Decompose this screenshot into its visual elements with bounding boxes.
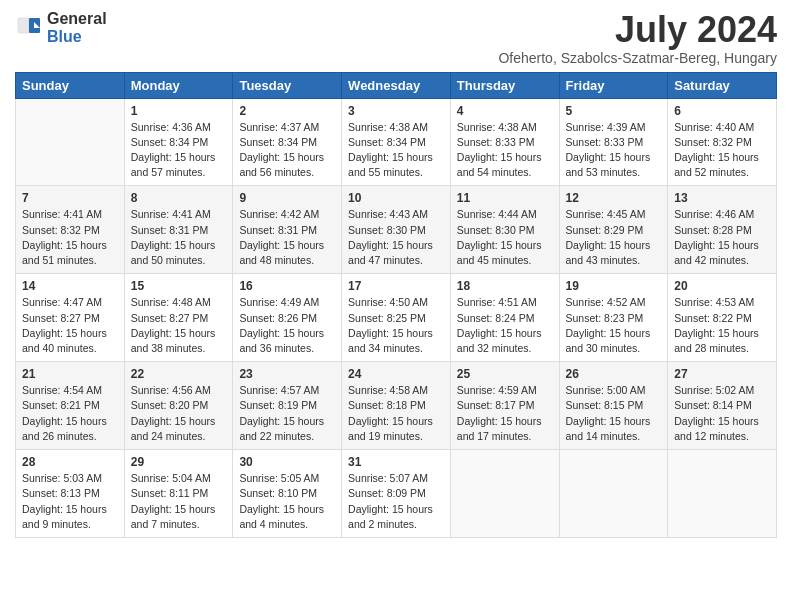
day-info: Sunrise: 4:38 AM Sunset: 8:33 PM Dayligh…: [457, 120, 553, 181]
day-info: Sunrise: 4:38 AM Sunset: 8:34 PM Dayligh…: [348, 120, 444, 181]
calendar-week-row: 21Sunrise: 4:54 AM Sunset: 8:21 PM Dayli…: [16, 362, 777, 450]
calendar-cell: 23Sunrise: 4:57 AM Sunset: 8:19 PM Dayli…: [233, 362, 342, 450]
col-header-wednesday: Wednesday: [342, 72, 451, 98]
logo-general: General: [47, 10, 107, 28]
day-number: 5: [566, 104, 662, 118]
calendar-cell: 4Sunrise: 4:38 AM Sunset: 8:33 PM Daylig…: [450, 98, 559, 186]
calendar-cell: 1Sunrise: 4:36 AM Sunset: 8:34 PM Daylig…: [124, 98, 233, 186]
day-number: 7: [22, 191, 118, 205]
calendar-cell: 21Sunrise: 4:54 AM Sunset: 8:21 PM Dayli…: [16, 362, 125, 450]
day-number: 4: [457, 104, 553, 118]
day-info: Sunrise: 4:40 AM Sunset: 8:32 PM Dayligh…: [674, 120, 770, 181]
calendar-cell: [450, 450, 559, 538]
calendar-cell: 3Sunrise: 4:38 AM Sunset: 8:34 PM Daylig…: [342, 98, 451, 186]
day-number: 6: [674, 104, 770, 118]
calendar-cell: 28Sunrise: 5:03 AM Sunset: 8:13 PM Dayli…: [16, 450, 125, 538]
day-info: Sunrise: 5:00 AM Sunset: 8:15 PM Dayligh…: [566, 383, 662, 444]
day-info: Sunrise: 4:53 AM Sunset: 8:22 PM Dayligh…: [674, 295, 770, 356]
month-title: July 2024: [498, 10, 777, 50]
day-number: 28: [22, 455, 118, 469]
day-number: 25: [457, 367, 553, 381]
day-number: 15: [131, 279, 227, 293]
logo: General Blue: [15, 10, 107, 45]
calendar-cell: 8Sunrise: 4:41 AM Sunset: 8:31 PM Daylig…: [124, 186, 233, 274]
col-header-thursday: Thursday: [450, 72, 559, 98]
calendar-week-row: 28Sunrise: 5:03 AM Sunset: 8:13 PM Dayli…: [16, 450, 777, 538]
day-number: 20: [674, 279, 770, 293]
calendar-cell: 17Sunrise: 4:50 AM Sunset: 8:25 PM Dayli…: [342, 274, 451, 362]
day-info: Sunrise: 4:41 AM Sunset: 8:31 PM Dayligh…: [131, 207, 227, 268]
calendar-cell: 10Sunrise: 4:43 AM Sunset: 8:30 PM Dayli…: [342, 186, 451, 274]
calendar-cell: 2Sunrise: 4:37 AM Sunset: 8:34 PM Daylig…: [233, 98, 342, 186]
day-info: Sunrise: 4:48 AM Sunset: 8:27 PM Dayligh…: [131, 295, 227, 356]
calendar-cell: 31Sunrise: 5:07 AM Sunset: 8:09 PM Dayli…: [342, 450, 451, 538]
day-number: 26: [566, 367, 662, 381]
calendar-cell: 16Sunrise: 4:49 AM Sunset: 8:26 PM Dayli…: [233, 274, 342, 362]
logo-icon: [15, 14, 43, 42]
day-info: Sunrise: 4:52 AM Sunset: 8:23 PM Dayligh…: [566, 295, 662, 356]
day-number: 1: [131, 104, 227, 118]
calendar-cell: 25Sunrise: 4:59 AM Sunset: 8:17 PM Dayli…: [450, 362, 559, 450]
calendar-week-row: 14Sunrise: 4:47 AM Sunset: 8:27 PM Dayli…: [16, 274, 777, 362]
day-number: 14: [22, 279, 118, 293]
day-number: 30: [239, 455, 335, 469]
day-info: Sunrise: 5:02 AM Sunset: 8:14 PM Dayligh…: [674, 383, 770, 444]
day-info: Sunrise: 5:03 AM Sunset: 8:13 PM Dayligh…: [22, 471, 118, 532]
day-number: 24: [348, 367, 444, 381]
day-info: Sunrise: 5:04 AM Sunset: 8:11 PM Dayligh…: [131, 471, 227, 532]
col-header-friday: Friday: [559, 72, 668, 98]
calendar-cell: 19Sunrise: 4:52 AM Sunset: 8:23 PM Dayli…: [559, 274, 668, 362]
calendar-cell: 11Sunrise: 4:44 AM Sunset: 8:30 PM Dayli…: [450, 186, 559, 274]
day-info: Sunrise: 4:57 AM Sunset: 8:19 PM Dayligh…: [239, 383, 335, 444]
day-number: 31: [348, 455, 444, 469]
col-header-saturday: Saturday: [668, 72, 777, 98]
col-header-sunday: Sunday: [16, 72, 125, 98]
day-number: 13: [674, 191, 770, 205]
day-number: 29: [131, 455, 227, 469]
calendar-week-row: 1Sunrise: 4:36 AM Sunset: 8:34 PM Daylig…: [16, 98, 777, 186]
calendar-cell: 22Sunrise: 4:56 AM Sunset: 8:20 PM Dayli…: [124, 362, 233, 450]
day-info: Sunrise: 4:37 AM Sunset: 8:34 PM Dayligh…: [239, 120, 335, 181]
day-number: 8: [131, 191, 227, 205]
calendar-cell: 13Sunrise: 4:46 AM Sunset: 8:28 PM Dayli…: [668, 186, 777, 274]
day-info: Sunrise: 4:42 AM Sunset: 8:31 PM Dayligh…: [239, 207, 335, 268]
day-info: Sunrise: 4:59 AM Sunset: 8:17 PM Dayligh…: [457, 383, 553, 444]
day-number: 10: [348, 191, 444, 205]
calendar-table: SundayMondayTuesdayWednesdayThursdayFrid…: [15, 72, 777, 538]
day-number: 18: [457, 279, 553, 293]
day-info: Sunrise: 4:45 AM Sunset: 8:29 PM Dayligh…: [566, 207, 662, 268]
calendar-cell: 7Sunrise: 4:41 AM Sunset: 8:32 PM Daylig…: [16, 186, 125, 274]
calendar-cell: 26Sunrise: 5:00 AM Sunset: 8:15 PM Dayli…: [559, 362, 668, 450]
calendar-cell: [559, 450, 668, 538]
calendar-cell: [668, 450, 777, 538]
page-header: General Blue July 2024 Ofeherto, Szabolc…: [15, 10, 777, 66]
day-number: 21: [22, 367, 118, 381]
calendar-cell: 5Sunrise: 4:39 AM Sunset: 8:33 PM Daylig…: [559, 98, 668, 186]
day-number: 11: [457, 191, 553, 205]
calendar-cell: 9Sunrise: 4:42 AM Sunset: 8:31 PM Daylig…: [233, 186, 342, 274]
calendar-cell: 24Sunrise: 4:58 AM Sunset: 8:18 PM Dayli…: [342, 362, 451, 450]
logo-text: General Blue: [47, 10, 107, 45]
day-info: Sunrise: 4:41 AM Sunset: 8:32 PM Dayligh…: [22, 207, 118, 268]
day-info: Sunrise: 5:07 AM Sunset: 8:09 PM Dayligh…: [348, 471, 444, 532]
calendar-cell: 27Sunrise: 5:02 AM Sunset: 8:14 PM Dayli…: [668, 362, 777, 450]
logo-blue: Blue: [47, 28, 107, 46]
calendar-header-row: SundayMondayTuesdayWednesdayThursdayFrid…: [16, 72, 777, 98]
day-number: 12: [566, 191, 662, 205]
day-info: Sunrise: 5:05 AM Sunset: 8:10 PM Dayligh…: [239, 471, 335, 532]
day-number: 22: [131, 367, 227, 381]
calendar-cell: 12Sunrise: 4:45 AM Sunset: 8:29 PM Dayli…: [559, 186, 668, 274]
col-header-monday: Monday: [124, 72, 233, 98]
calendar-cell: 15Sunrise: 4:48 AM Sunset: 8:27 PM Dayli…: [124, 274, 233, 362]
day-number: 23: [239, 367, 335, 381]
svg-rect-1: [18, 18, 29, 33]
day-info: Sunrise: 4:50 AM Sunset: 8:25 PM Dayligh…: [348, 295, 444, 356]
day-number: 3: [348, 104, 444, 118]
day-number: 9: [239, 191, 335, 205]
title-block: July 2024 Ofeherto, Szabolcs-Szatmar-Ber…: [498, 10, 777, 66]
day-number: 27: [674, 367, 770, 381]
day-info: Sunrise: 4:49 AM Sunset: 8:26 PM Dayligh…: [239, 295, 335, 356]
day-number: 2: [239, 104, 335, 118]
day-number: 19: [566, 279, 662, 293]
day-info: Sunrise: 4:44 AM Sunset: 8:30 PM Dayligh…: [457, 207, 553, 268]
